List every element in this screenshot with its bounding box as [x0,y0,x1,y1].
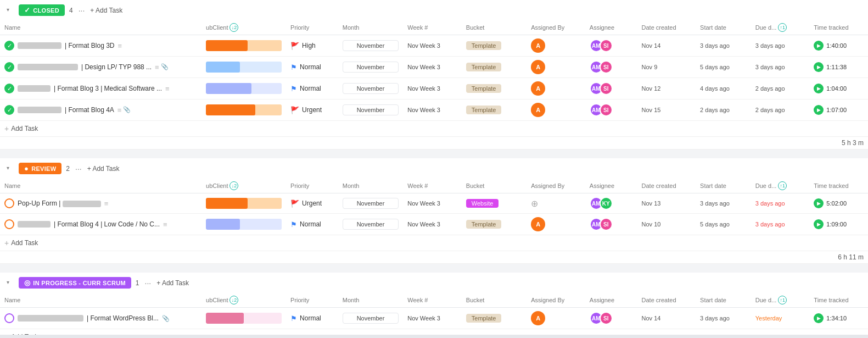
bucket-badge[interactable]: Template [466,84,502,93]
time-play-btn[interactable]: ▶ [814,198,824,208]
priority-label: Urgent [302,200,322,207]
section-dots-btn[interactable]: ··· [74,164,83,173]
col-header-client[interactable]: ubClient ↓2 [201,179,286,193]
priority-flag: ⚑ [290,314,297,323]
month-cell[interactable]: November [343,313,399,324]
bucket-badge[interactable]: Template [466,220,502,229]
time-value: 1:40:00 [826,42,847,49]
section-total-time: 6 h 11 m [809,251,868,264]
priority-label: Urgent [302,106,322,114]
assignee-avatar: SI [600,39,613,52]
task-name: | Format WordPress Bl... [87,314,159,322]
month-cell[interactable]: November [343,104,399,115]
col-header-due-date[interactable]: Due d... ↑1 [751,293,810,308]
task-menu-icon[interactable]: ≡ [104,200,109,208]
month-cell[interactable]: November [343,62,399,73]
status-badge[interactable]: ✓ CLOSED [19,4,65,16]
col-header-start-date: Start date [696,179,751,193]
inline-add-task-btn[interactable]: + Add Task [4,239,864,247]
section-dots-btn[interactable]: ··· [77,6,86,15]
col-header-due-date[interactable]: Due d... ↑1 [751,179,810,193]
sort-badge: ↓2 [229,181,238,190]
task-table: Name ubClient ↓2 Priority Month Week # B… [0,179,868,264]
time-play-btn[interactable]: ▶ [814,219,824,229]
date-created: Nov 13 [642,200,661,207]
due-date: Yesterday [755,315,782,322]
status-badge[interactable]: ● REVIEW [19,163,61,174]
task-attach-icon[interactable]: 📎 [123,106,131,114]
task-menu-icon[interactable]: ≡ [117,106,122,114]
assigned-by-avatar: A [531,81,545,96]
col-header-month: Month [338,179,403,193]
col-header-assignee: Assignee [585,179,637,193]
col-header-name: Name [0,20,201,35]
time-play-btn[interactable]: ▶ [814,313,824,323]
section-chevron[interactable]: ▾ [7,165,14,173]
bucket-badge[interactable]: Template [466,314,502,323]
col-header-assigned-by: Assigned By [527,293,585,308]
time-cell: ▶ 5:02:00 [814,198,864,208]
section-dots-btn[interactable]: ··· [144,279,153,287]
month-cell[interactable]: November [343,219,399,230]
col-header-month: Month [338,20,403,35]
section-chevron[interactable]: ▾ [7,279,14,287]
task-check[interactable] [4,313,14,323]
month-cell[interactable]: November [343,40,399,51]
assignee-stack: AMSI [590,312,633,325]
assigned-by-avatar: A [531,38,545,53]
col-header-month: Month [338,293,403,308]
task-menu-icon[interactable]: ≡ [165,85,170,93]
task-check[interactable]: ✓ [4,62,14,72]
due-date: 3 days ago [755,42,785,49]
task-table-body: | Format WordPress Bl... 📎 ⚑ [0,308,868,339]
task-check[interactable] [4,219,14,229]
status-badge[interactable]: ◎ IN PROGRESS - CURR SCRUM [19,277,131,289]
task-check[interactable]: ✓ [4,41,14,51]
month-cell[interactable]: November [343,198,399,209]
section-review: ▾ ● REVIEW 2 ··· + Add Task Name ubClien… [0,158,868,264]
sort-badge: ↓2 [229,296,238,304]
time-cell: ▶ 1:04:00 [814,84,864,93]
section-total-row: 6 h 11 m [0,251,868,264]
add-task-row: + Add Task [0,235,868,251]
time-play-btn[interactable]: ▶ [814,84,824,93]
task-check[interactable]: ✓ [4,105,14,115]
col-header-client[interactable]: ubClient ↓2 [201,20,286,35]
inline-add-task-btn[interactable]: + Add Task [4,124,864,133]
task-menu-icon[interactable]: ≡ [163,220,167,229]
bucket-badge[interactable]: Template [466,41,502,50]
time-cell: ▶ 1:07:00 [814,105,864,115]
task-menu-icon[interactable]: ≡ [155,63,159,71]
section-separator [0,264,868,273]
bucket-badge[interactable]: Template [466,63,502,71]
task-attach-icon[interactable]: 📎 [161,63,169,71]
time-play-btn[interactable]: ▶ [814,62,824,72]
task-check[interactable]: ✓ [4,84,14,93]
add-task-btn[interactable]: + Add Task [90,7,122,14]
col-header-client[interactable]: ubClient ↓2 [201,293,286,308]
bucket-badge[interactable]: Template [466,106,502,114]
month-cell[interactable]: November [343,83,399,94]
week-cell: Nov Week 3 [407,64,440,70]
add-task-btn[interactable]: + Add Task [156,279,189,287]
due-date: 2 days ago [755,107,785,113]
badge-icon: ✓ [24,6,30,14]
assignee-stack: AMSI [590,82,633,95]
section-chevron[interactable]: ▾ [7,7,14,14]
col-header-due-date[interactable]: Due d... ↑1 [751,20,810,35]
time-play-btn[interactable]: ▶ [814,41,824,51]
table-row: ✓ | Format Blog 3D ≡ [0,35,868,57]
add-task-btn[interactable]: + Add Task [87,165,120,173]
bottom-scrollbar[interactable] [0,335,868,338]
task-check[interactable] [4,198,14,208]
col-header-assigned-by: Assigned By [527,179,585,193]
task-menu-icon[interactable]: ≡ [117,42,122,50]
time-play-btn[interactable]: ▶ [814,105,824,115]
bucket-badge[interactable]: Website [466,199,499,208]
assignee-avatar: KY [600,197,613,210]
col-header-bucket: Bucket [462,293,527,308]
col-header-time: Time tracked [809,20,868,35]
assignee-stack: AMSI [590,103,633,117]
task-attach-icon[interactable]: 📎 [162,315,170,322]
table-row: ✓ | Design LP/ TYP 988 ... ≡ 📎 [0,57,868,78]
